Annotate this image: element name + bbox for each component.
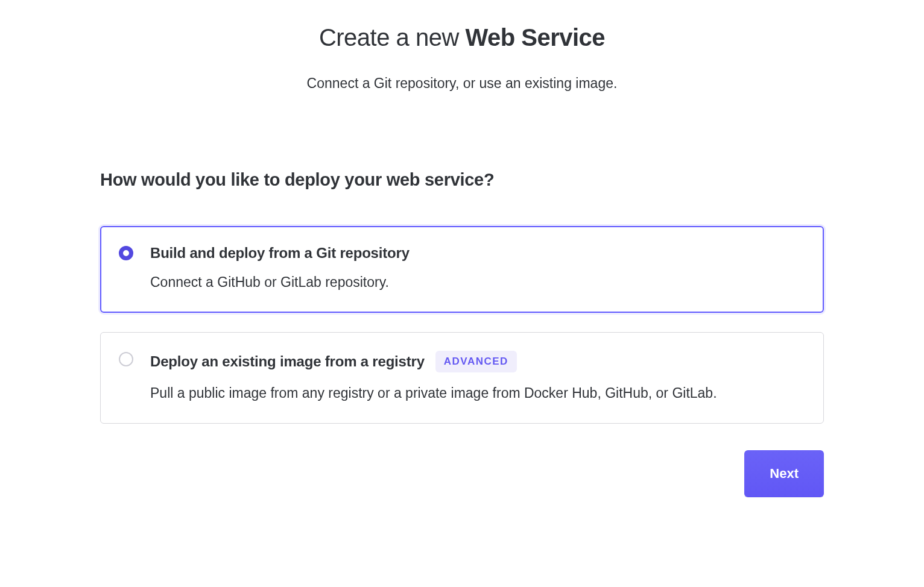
option-content: Deploy an existing image from a registry… <box>150 351 805 403</box>
page-subtitle: Connect a Git repository, or use an exis… <box>100 75 824 92</box>
option-title: Build and deploy from a Git repository <box>150 245 410 262</box>
option-title-row: Build and deploy from a Git repository <box>150 245 805 262</box>
option-content: Build and deploy from a Git repository C… <box>150 245 805 292</box>
option-registry-image[interactable]: Deploy an existing image from a registry… <box>100 332 824 424</box>
page-title-bold: Web Service <box>465 24 605 51</box>
option-title-row: Deploy an existing image from a registry… <box>150 351 805 372</box>
option-description: Pull a public image from any registry or… <box>150 383 805 403</box>
radio-selected-icon <box>119 246 133 260</box>
next-button[interactable]: Next <box>744 450 824 497</box>
advanced-badge: ADVANCED <box>435 351 517 372</box>
page-title-prefix: Create a new <box>319 24 466 51</box>
option-git-repository[interactable]: Build and deploy from a Git repository C… <box>100 226 824 313</box>
option-title: Deploy an existing image from a registry <box>150 353 425 370</box>
page-title: Create a new Web Service <box>100 24 824 51</box>
radio-unselected-icon <box>119 352 133 366</box>
page-header: Create a new Web Service Connect a Git r… <box>100 24 824 92</box>
option-description: Connect a GitHub or GitLab repository. <box>150 272 805 292</box>
footer: Next <box>100 450 824 497</box>
deploy-options: Build and deploy from a Git repository C… <box>100 226 824 424</box>
main-container: Create a new Web Service Connect a Git r… <box>100 24 824 497</box>
section-heading: How would you like to deploy your web se… <box>100 170 824 190</box>
